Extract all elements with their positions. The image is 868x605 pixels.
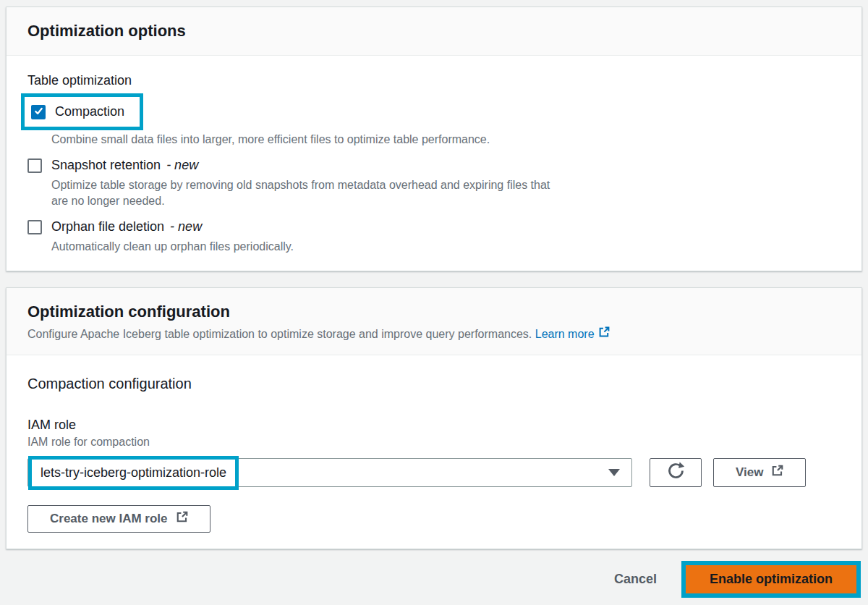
iam-role-selected-value: lets-try-iceberg-optimization-role — [41, 465, 226, 480]
external-link-icon — [598, 326, 610, 342]
configuration-description-text: Configure Apache Iceberg table optimizat… — [27, 328, 532, 340]
compaction-annotation-highlight: Compaction — [21, 93, 143, 130]
table-optimization-label: Table optimization — [27, 73, 841, 88]
cancel-button[interactable]: Cancel — [614, 572, 657, 587]
optimization-options-body: Table optimization Compaction Combine sm… — [7, 56, 861, 271]
snapshot-retention-option-suffix: - new — [166, 156, 198, 174]
learn-more-link[interactable]: Learn more — [535, 326, 610, 342]
compaction-configuration-title: Compaction configuration — [27, 374, 841, 393]
iam-role-select[interactable]: lets-try-iceberg-optimization-role — [27, 458, 632, 487]
enable-optimization-annotation-highlight: Enable optimization — [681, 561, 861, 598]
iam-role-annotation-highlight: lets-try-iceberg-optimization-role — [28, 456, 239, 490]
compaction-checkbox[interactable] — [31, 105, 46, 119]
external-link-icon — [176, 511, 188, 527]
optimization-configuration-description: Configure Apache Iceberg table optimizat… — [27, 326, 841, 342]
iam-role-label: IAM role — [27, 418, 841, 433]
orphan-file-deletion-option-description: Automatically clean up orphan files peri… — [51, 239, 841, 255]
chevron-down-icon — [608, 469, 620, 476]
snapshot-retention-option-description: Optimize table storage by removing old s… — [51, 177, 841, 209]
learn-more-label: Learn more — [535, 327, 595, 342]
create-iam-role-button[interactable]: Create new IAM role — [27, 505, 210, 533]
view-button-label: View — [736, 465, 763, 480]
enable-optimization-button[interactable]: Enable optimization — [686, 565, 856, 593]
external-link-icon — [771, 465, 783, 481]
checkmark-icon — [34, 106, 43, 119]
optimization-options-card: Optimization options Table optimization … — [6, 7, 862, 271]
footer-actions: Cancel Enable optimization — [6, 561, 862, 598]
refresh-button[interactable] — [650, 458, 702, 487]
snapshot-retention-option-label: Snapshot retention — [51, 156, 161, 174]
orphan-file-deletion-option-suffix: - new — [170, 218, 202, 236]
compaction-option-row[interactable]: Compaction — [31, 103, 130, 121]
optimization-configuration-card: Optimization configuration Configure Apa… — [6, 287, 862, 549]
optimization-configuration-title: Optimization configuration — [27, 301, 841, 323]
refresh-icon — [666, 461, 686, 484]
snapshot-retention-checkbox[interactable] — [27, 158, 42, 173]
optimization-configuration-header: Optimization configuration Configure Apa… — [7, 288, 861, 355]
create-iam-role-button-label: Create new IAM role — [50, 512, 168, 526]
orphan-file-deletion-checkbox[interactable] — [27, 220, 42, 234]
orphan-file-deletion-option-row[interactable]: Orphan file deletion - new — [27, 218, 841, 236]
view-role-button[interactable]: View — [713, 458, 806, 487]
compaction-option-label: Compaction — [55, 103, 124, 121]
optimization-options-title: Optimization options — [27, 20, 841, 42]
compaction-option-description: Combine small data files into larger, mo… — [51, 132, 841, 148]
optimization-configuration-body: Compaction configuration IAM role IAM ro… — [7, 355, 861, 549]
page: Optimization options Table optimization … — [0, 0, 868, 605]
optimization-options-header: Optimization options — [7, 7, 861, 56]
iam-role-select-row: lets-try-iceberg-optimization-role View — [27, 458, 841, 487]
snapshot-retention-option-row[interactable]: Snapshot retention - new — [27, 156, 841, 174]
orphan-file-deletion-option-label: Orphan file deletion — [51, 218, 164, 236]
iam-role-help-text: IAM role for compaction — [27, 435, 841, 449]
